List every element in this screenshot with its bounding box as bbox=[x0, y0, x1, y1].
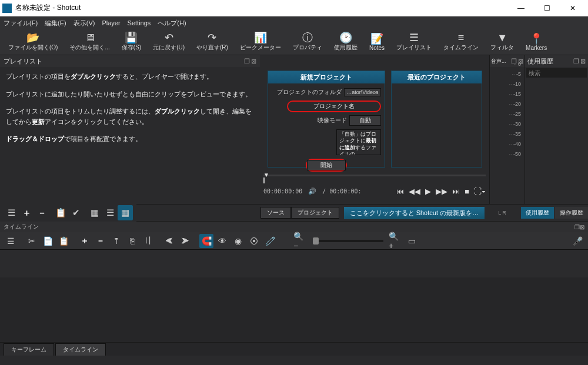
audio-title: 音声... bbox=[491, 58, 506, 65]
cut-icon[interactable]: ✂ bbox=[25, 234, 39, 248]
menubar: ファイル(F) 編集(E) 表示(V) Player Settings ヘルプ(… bbox=[0, 16, 588, 29]
skip-prev-button[interactable]: ⏮ bbox=[396, 187, 404, 196]
skip-next-button[interactable]: ⏭ bbox=[452, 187, 460, 196]
notes-button[interactable]: 📝Notes bbox=[365, 32, 389, 52]
notes-icon: 📝 bbox=[370, 34, 383, 44]
app-logo-icon bbox=[2, 4, 12, 13]
hamburger-icon[interactable]: ☰ bbox=[4, 234, 18, 248]
main-toolbar: 📂ファイルを開く(O) 🖥その他を開く... 💾保存(S) ↶元に戻す(U) ↷… bbox=[0, 29, 588, 55]
open-other-button[interactable]: 🖥その他を開く... bbox=[65, 31, 114, 53]
tab-keyframes[interactable]: キーフレーム bbox=[4, 343, 54, 356]
tab-project[interactable]: プロジェクト bbox=[291, 207, 339, 219]
history-search-input[interactable]: 検索 bbox=[526, 68, 587, 78]
close-button[interactable]: ✕ bbox=[560, 0, 586, 16]
project-name-input[interactable]: プロジェクト名 bbox=[287, 101, 381, 112]
play-button[interactable]: ▶ bbox=[425, 187, 431, 196]
close-icon[interactable]: ⊠ bbox=[580, 224, 584, 230]
zoom-fit-icon[interactable]: ⛶▾ bbox=[474, 187, 486, 196]
scrub-audio-icon[interactable]: 👁 bbox=[215, 234, 229, 248]
maximize-button[interactable]: ☐ bbox=[534, 0, 560, 16]
timeline-icon: ≡ bbox=[458, 32, 465, 43]
history-panel: 使用履歴 ❐⊠ 検索 bbox=[524, 55, 588, 204]
list-view-icon[interactable]: ☰ bbox=[102, 205, 118, 220]
menu-player[interactable]: Player bbox=[102, 19, 120, 26]
recent-projects-list[interactable] bbox=[392, 83, 482, 91]
save-button[interactable]: 💾保存(S) bbox=[117, 31, 146, 53]
timeline-add-button[interactable]: ＋ bbox=[78, 234, 92, 248]
undo-icon: ↶ bbox=[165, 32, 173, 43]
clipboard-icon[interactable]: 📋 bbox=[53, 205, 68, 220]
timeline-tracks[interactable] bbox=[0, 250, 588, 343]
rewind-button[interactable]: ◀◀ bbox=[409, 187, 420, 196]
peak-meter-button[interactable]: 📊ピークメーター bbox=[235, 31, 286, 53]
timeline-button[interactable]: ≡タイムライン bbox=[439, 31, 483, 53]
add-button[interactable]: ＋ bbox=[19, 205, 34, 220]
menu-settings[interactable]: Settings bbox=[128, 19, 151, 26]
marker-prev-icon[interactable]: ⮜ bbox=[162, 234, 176, 248]
remove-button[interactable]: － bbox=[34, 205, 49, 220]
stop-button[interactable]: ■ bbox=[465, 187, 469, 196]
zoom-in-icon[interactable]: 🔍+ bbox=[389, 234, 403, 248]
tab-source[interactable]: ソース bbox=[260, 207, 291, 219]
timeline-remove-button[interactable]: － bbox=[93, 234, 108, 248]
check-icon[interactable]: ✔ bbox=[68, 205, 83, 220]
restore-icon[interactable]: ❐ bbox=[574, 224, 580, 230]
new-project-title: 新規プロジェクト bbox=[268, 71, 385, 83]
minimize-button[interactable]: — bbox=[508, 0, 534, 16]
lift-icon[interactable]: ⤒ bbox=[109, 234, 123, 248]
markers-button[interactable]: 📍Markers bbox=[521, 32, 552, 52]
fast-forward-button[interactable]: ▶▶ bbox=[436, 187, 447, 196]
recent-projects-box: 最近のプロジェクト bbox=[391, 71, 482, 168]
zoom-fit-icon[interactable]: ▭ bbox=[405, 234, 419, 248]
details-view-icon[interactable]: ▦ bbox=[87, 205, 102, 220]
audio-meter-panel: 音声... ❐⊠ 0 -5 -10 -15 -20 -25 -30 -35 -4… bbox=[489, 55, 524, 204]
tab-timeline[interactable]: タイムライン bbox=[55, 343, 106, 356]
scrub-track[interactable]: ▼ bbox=[263, 175, 486, 176]
timecode-current[interactable]: 00:00:00:00 bbox=[263, 188, 302, 195]
video-mode-select[interactable]: 自動 bbox=[349, 115, 381, 126]
project-folder-dropdown[interactable]: …ator\Videos bbox=[344, 88, 380, 96]
operations-tab[interactable]: 操作履歴 bbox=[555, 207, 588, 219]
start-button[interactable]: 開始 bbox=[307, 160, 346, 170]
history-button[interactable]: 🕑使用履歴 bbox=[329, 31, 362, 53]
timeline-toolbar: ☰ ✂ 📄 📋 ＋ － ⤒ ⎘ 〢 ⮜ ⮞ 🧲 👁 ◉ ⦿ 🧷 🔍− 🔍+ ▭ … bbox=[0, 232, 588, 250]
close-icon[interactable]: ⊠ bbox=[251, 58, 256, 65]
volume-icon[interactable]: 🔊 bbox=[308, 187, 316, 195]
close-icon[interactable]: ⊠ bbox=[580, 58, 586, 65]
news-banner[interactable]: ここをクリックすると Shotcut の最新版を… bbox=[344, 207, 485, 219]
playlist-button[interactable]: ☰プレイリスト bbox=[392, 31, 436, 53]
info-icon: ⓘ bbox=[302, 32, 313, 43]
ripple-icon[interactable]: ◉ bbox=[231, 234, 245, 248]
undo-button[interactable]: ↶元に戻す(U) bbox=[148, 31, 189, 53]
restore-icon[interactable]: ❐ bbox=[573, 58, 579, 65]
menu-view[interactable]: 表示(V) bbox=[74, 19, 95, 28]
menu-file[interactable]: ファイル(F) bbox=[4, 19, 38, 28]
hamburger-icon[interactable]: ☰ bbox=[4, 205, 19, 220]
copy-icon[interactable]: 📄 bbox=[41, 234, 55, 248]
video-mode-description: 「自動」はプロジェクトに最初に追加するファイルの bbox=[336, 129, 381, 155]
zoom-out-icon[interactable]: 🔍− bbox=[293, 234, 308, 248]
recent-projects-title: 最近のプロジェクト bbox=[392, 71, 482, 83]
redo-button[interactable]: ↷やり直す(R) bbox=[192, 31, 233, 53]
restore-icon[interactable]: ❐ bbox=[244, 58, 250, 65]
menu-help[interactable]: ヘルプ(H) bbox=[158, 19, 186, 28]
zoom-slider[interactable] bbox=[313, 240, 383, 242]
open-file-button[interactable]: 📂ファイルを開く(O) bbox=[4, 31, 62, 53]
new-project-box: 新規プロジェクト プロジェクトのフォルダ …ator\Videos プロジェクト… bbox=[268, 71, 385, 168]
mid-bar: ☰ ＋ － 📋 ✔ ▦ ☰ ▦ ソース プロジェクト ここをクリックすると Sh… bbox=[0, 204, 588, 222]
snap-icon[interactable]: 🧲 bbox=[199, 234, 213, 248]
save-icon: 💾 bbox=[125, 32, 138, 43]
history-tab-active[interactable]: 使用履歴 bbox=[521, 207, 554, 219]
paste-icon[interactable]: 📋 bbox=[56, 234, 71, 248]
record-audio-icon[interactable]: 🎤 bbox=[570, 234, 584, 248]
filter-button[interactable]: ▼フィルタ bbox=[486, 31, 519, 53]
ripple-markers-icon[interactable]: 🧷 bbox=[263, 234, 277, 248]
overwrite-icon[interactable]: ⎘ bbox=[125, 234, 139, 248]
titlebar: 名称未設定 - Shotcut — ☐ ✕ bbox=[0, 0, 588, 16]
ripple-all-icon[interactable]: ⦿ bbox=[247, 234, 261, 248]
properties-button[interactable]: ⓘプロパティ bbox=[288, 31, 327, 53]
split-icon[interactable]: 〢 bbox=[141, 234, 155, 248]
marker-next-icon[interactable]: ⮞ bbox=[178, 234, 192, 248]
menu-edit[interactable]: 編集(E) bbox=[45, 19, 66, 28]
tile-view-icon[interactable]: ▦ bbox=[118, 205, 133, 220]
